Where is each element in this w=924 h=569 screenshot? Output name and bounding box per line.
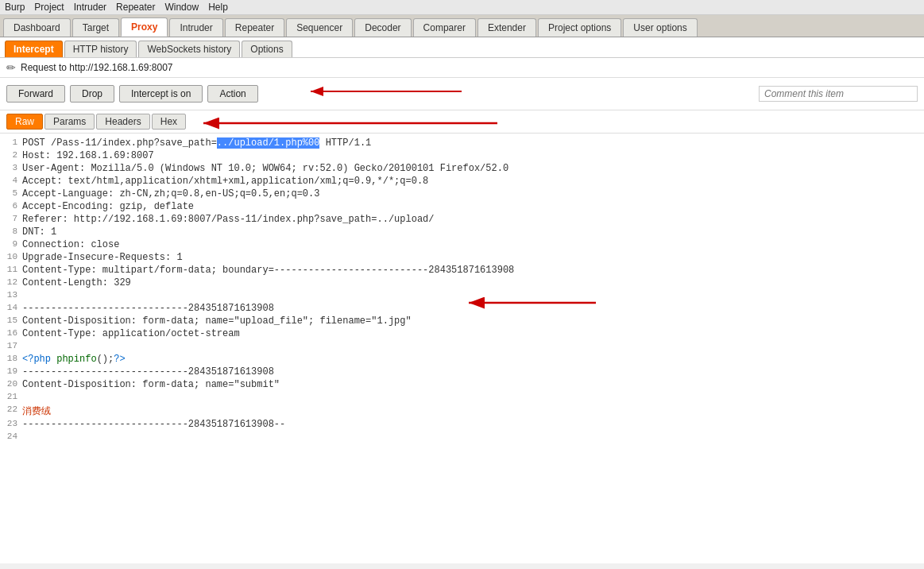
line-content: Accept: text/html,application/xhtml+xml,…: [22, 175, 924, 188]
line-content: DNT: 1: [22, 226, 924, 238]
line-number: 14: [0, 302, 22, 315]
line-number: 6: [0, 200, 22, 213]
drop-button[interactable]: Drop: [70, 85, 114, 103]
table-row: 2Host: 192.168.1.69:8007: [0, 149, 924, 162]
line-number: 11: [0, 264, 22, 277]
table-row: 4Accept: text/html,application/xhtml+xml…: [0, 175, 924, 188]
line-content: Accept-Encoding: gzip, deflate: [22, 200, 924, 213]
tab-intruder[interactable]: Intruder: [169, 18, 222, 37]
view-tab-hex[interactable]: Hex: [152, 114, 186, 130]
menu-burp[interactable]: Burp: [5, 2, 25, 13]
table-row: 15Content-Disposition: form-data; name="…: [0, 315, 924, 327]
view-tab-headers[interactable]: Headers: [96, 114, 149, 130]
menu-bar: Burp Project Intruder Repeater Window He…: [0, 0, 924, 15]
tab-decoder[interactable]: Decoder: [354, 18, 411, 37]
line-content: [22, 289, 924, 302]
table-row: 16Content-Type: application/octet-stream: [0, 327, 924, 340]
line-number: 15: [0, 315, 22, 327]
line-content: [22, 340, 924, 353]
line-content: Upgrade-Insecure-Requests: 1: [22, 251, 924, 264]
table-row: 8DNT: 1: [0, 226, 924, 238]
menu-repeater[interactable]: Repeater: [116, 2, 155, 13]
table-row: 21: [0, 391, 924, 404]
lines-container: 1POST /Pass-11/index.php?save_path=../up…: [0, 137, 924, 443]
line-content: User-Agent: Mozilla/5.0 (Windows NT 10.0…: [22, 162, 924, 175]
table-row: 11Content-Type: multipart/form-data; bou…: [0, 264, 924, 277]
line-content: Connection: close: [22, 238, 924, 251]
tab-project-options[interactable]: Project options: [538, 18, 621, 37]
view-tabs: Raw Params Headers Hex: [0, 110, 924, 134]
menu-intruder[interactable]: Intruder: [74, 2, 106, 13]
sub-tab-options[interactable]: Options: [242, 41, 292, 57]
line-number: 17: [0, 340, 22, 353]
sub-tab-intercept[interactable]: Intercept: [5, 41, 63, 57]
tab-dashboard[interactable]: Dashboard: [3, 18, 71, 37]
table-row: 24: [0, 431, 924, 443]
line-content: 消费绒: [22, 404, 924, 418]
table-row: 9Connection: close: [0, 238, 924, 251]
arrow-2: [195, 114, 513, 134]
table-row: 10Upgrade-Insecure-Requests: 1: [0, 251, 924, 264]
sub-tab-websockets-history[interactable]: WebSockets history: [138, 41, 240, 57]
sub-tab-http-history[interactable]: HTTP history: [64, 41, 137, 57]
table-row: 7Referer: http://192.168.1.69:8007/Pass-…: [0, 213, 924, 226]
line-number: 9: [0, 238, 22, 251]
tab-repeater[interactable]: Repeater: [225, 18, 284, 37]
action-button[interactable]: Action: [207, 85, 257, 103]
line-number: 10: [0, 251, 22, 264]
line-number: 24: [0, 431, 22, 443]
line-content: Content-Disposition: form-data; name="su…: [22, 378, 924, 391]
tab-sequencer[interactable]: Sequencer: [286, 18, 353, 37]
content-area[interactable]: 1POST /Pass-11/index.php?save_path=../up…: [0, 134, 924, 563]
main-tab-bar: Dashboard Target Proxy Intruder Repeater…: [0, 15, 924, 37]
table-row: 23-----------------------------284351871…: [0, 418, 924, 431]
table-row: 19-----------------------------284351871…: [0, 366, 924, 378]
line-number: 19: [0, 366, 22, 378]
request-bar: ✏ Request to http://192.168.1.69:8007: [0, 58, 924, 78]
menu-project[interactable]: Project: [34, 2, 64, 13]
line-number: 4: [0, 175, 22, 188]
tab-comparer[interactable]: Comparer: [413, 18, 476, 37]
line-content: Content-Disposition: form-data; name="up…: [22, 315, 924, 327]
menu-window[interactable]: Window: [164, 2, 199, 13]
menu-help[interactable]: Help: [208, 2, 228, 13]
line-number: 1: [0, 137, 22, 149]
table-row: 18<?php phpinfo();?>: [0, 353, 924, 366]
line-number: 23: [0, 418, 22, 431]
line-content: Accept-Language: zh-CN,zh;q=0.8,en-US;q=…: [22, 188, 924, 200]
tab-extender[interactable]: Extender: [477, 18, 536, 37]
forward-button[interactable]: Forward: [6, 85, 65, 103]
tab-user-options[interactable]: User options: [623, 18, 697, 37]
edit-icon: ✏: [6, 61, 16, 74]
line-number: 2: [0, 149, 22, 162]
line-content: [22, 391, 924, 404]
line-number: 20: [0, 378, 22, 391]
line-number: 21: [0, 391, 22, 404]
line-number: 18: [0, 353, 22, 366]
table-row: 12Content-Length: 329: [0, 277, 924, 289]
line-number: 7: [0, 213, 22, 226]
sub-tab-bar: Intercept HTTP history WebSockets histor…: [0, 37, 924, 58]
table-row: 20Content-Disposition: form-data; name="…: [0, 378, 924, 391]
line-content: Content-Type: application/octet-stream: [22, 327, 924, 340]
table-row: 22消费绒: [0, 404, 924, 418]
line-content: [22, 431, 924, 443]
line-content: -----------------------------28435187161…: [22, 418, 924, 431]
tab-target[interactable]: Target: [72, 18, 119, 37]
line-content: Content-Type: multipart/form-data; bound…: [22, 264, 924, 277]
intercept-button[interactable]: Intercept is on: [119, 85, 203, 103]
line-number: 8: [0, 226, 22, 238]
view-tab-params[interactable]: Params: [44, 114, 95, 130]
table-row: 17: [0, 340, 924, 353]
tab-proxy[interactable]: Proxy: [121, 17, 168, 37]
request-url: Request to http://192.168.1.69:8007: [21, 62, 172, 73]
line-number: 22: [0, 404, 22, 418]
action-bar: Forward Drop Intercept is on Action: [0, 78, 924, 110]
arrow-1: [303, 75, 541, 107]
comment-input[interactable]: [759, 86, 918, 102]
line-content: -----------------------------28435187161…: [22, 302, 924, 315]
line-number: 5: [0, 188, 22, 200]
line-content: Host: 192.168.1.69:8007: [22, 149, 924, 162]
line-content: POST /Pass-11/index.php?save_path=../upl…: [22, 137, 924, 149]
view-tab-raw[interactable]: Raw: [6, 114, 43, 130]
